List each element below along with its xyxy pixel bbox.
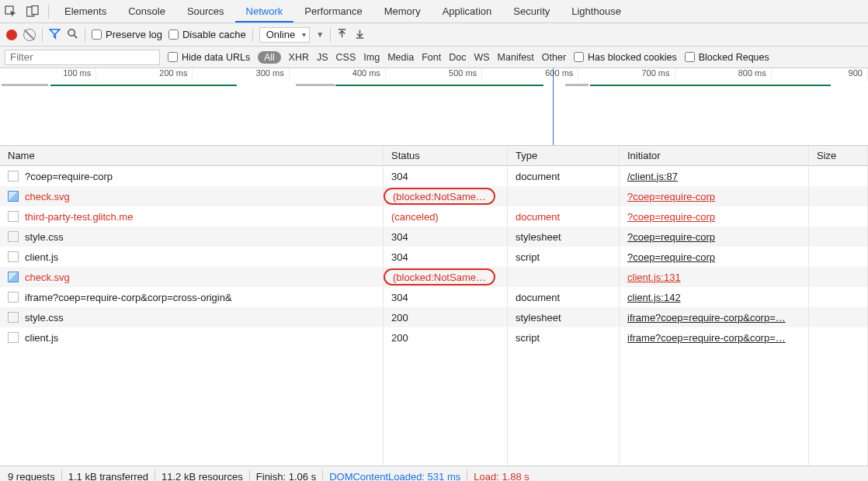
filter-input[interactable] xyxy=(5,50,160,65)
download-har-icon[interactable] xyxy=(355,29,365,41)
request-type: document xyxy=(508,206,620,227)
request-type: document xyxy=(508,166,620,186)
tab-lighthouse[interactable]: Lighthouse xyxy=(561,0,632,22)
filter-js[interactable]: JS xyxy=(317,52,328,63)
request-status: 200 xyxy=(384,307,508,327)
device-toggle-icon[interactable] xyxy=(22,1,43,22)
tab-application[interactable]: Application xyxy=(432,0,503,22)
request-type xyxy=(508,267,620,287)
request-status: 304 xyxy=(384,166,508,186)
filter-ws[interactable]: WS xyxy=(474,52,489,63)
table-row[interactable]: ?coep=require-corp304document/client.js:… xyxy=(0,166,868,186)
table-row[interactable]: style.css304stylesheet?coep=require-corp xyxy=(0,227,868,247)
status-transferred: 1.1 kB transferred xyxy=(68,471,148,482)
request-initiator[interactable]: iframe?coep=require-corp&corp=… xyxy=(620,307,809,327)
request-type: stylesheet xyxy=(508,227,620,247)
tab-memory[interactable]: Memory xyxy=(373,0,432,22)
chevron-down-icon[interactable]: ▼ xyxy=(316,30,324,39)
upload-har-icon[interactable] xyxy=(337,29,347,41)
request-name: client.js xyxy=(25,251,58,263)
filter-all[interactable]: All xyxy=(258,51,280,64)
table-row[interactable]: iframe?coep=require-corp&corp=cross-orig… xyxy=(0,287,868,307)
status-bar: 9 requests 1.1 kB transferred 11.2 kB re… xyxy=(0,465,868,481)
file-icon xyxy=(8,211,19,222)
table-row[interactable]: check.svg(blocked:NotSame…?coep=require-… xyxy=(0,186,868,206)
request-initiator[interactable]: ?coep=require-corp xyxy=(620,186,809,206)
table-row[interactable]: check.svg(blocked:NotSame…client.js:131 xyxy=(0,267,868,287)
request-name: style.css xyxy=(25,231,64,243)
filter-img[interactable]: Img xyxy=(363,52,380,63)
request-type xyxy=(508,186,620,206)
col-size[interactable]: Size xyxy=(809,146,868,166)
request-size xyxy=(809,287,868,307)
tab-network[interactable]: Network xyxy=(235,0,294,22)
filter-toggle-icon[interactable] xyxy=(49,28,61,42)
request-type: script xyxy=(508,247,620,267)
table-row[interactable]: client.js304script?coep=require-corp xyxy=(0,247,868,267)
clear-button[interactable] xyxy=(23,29,36,41)
col-name[interactable]: Name xyxy=(0,146,384,166)
request-type: document xyxy=(508,287,620,307)
request-status: 200 xyxy=(384,327,508,348)
tab-elements[interactable]: Elements xyxy=(54,0,117,22)
request-size xyxy=(809,307,868,327)
filter-css[interactable]: CSS xyxy=(336,52,356,63)
filter-manifest[interactable]: Manifest xyxy=(498,52,534,63)
file-icon xyxy=(8,191,19,202)
request-table: Name Status Type Initiator Size ?coep=re… xyxy=(0,146,868,465)
tab-performance[interactable]: Performance xyxy=(293,0,373,22)
request-initiator[interactable]: client.js:142 xyxy=(620,287,809,307)
request-initiator[interactable]: ?coep=require-corp xyxy=(620,247,809,267)
tab-console[interactable]: Console xyxy=(117,0,176,22)
request-size xyxy=(809,267,868,287)
timeline-overview[interactable]: 100 ms 200 ms 300 ms 400 ms 500 ms 600 m… xyxy=(0,68,868,146)
inspect-icon[interactable] xyxy=(0,1,22,22)
table-row[interactable]: client.js200scriptiframe?coep=require-co… xyxy=(0,327,868,348)
devtools-tabs: Elements Console Sources Network Perform… xyxy=(0,0,868,23)
col-initiator[interactable]: Initiator xyxy=(620,146,809,166)
request-name: ?coep=require-corp xyxy=(25,171,113,182)
col-type[interactable]: Type xyxy=(508,146,620,166)
status-load: Load: 1.88 s xyxy=(474,471,529,482)
tab-security[interactable]: Security xyxy=(502,0,561,22)
filter-doc[interactable]: Doc xyxy=(449,52,466,63)
request-initiator[interactable]: ?coep=require-corp xyxy=(620,206,809,227)
request-size xyxy=(809,206,868,227)
request-name: check.svg xyxy=(25,191,70,202)
has-blocked-cookies-checkbox[interactable]: Has blocked cookies xyxy=(574,52,677,63)
svg-rect-2 xyxy=(32,5,38,14)
request-status: (blocked:NotSame… xyxy=(384,186,508,206)
filter-other[interactable]: Other xyxy=(542,52,566,63)
file-icon xyxy=(8,251,19,262)
request-size xyxy=(809,227,868,247)
request-name: check.svg xyxy=(25,272,70,283)
filter-font[interactable]: Font xyxy=(422,52,441,63)
status-resources: 11.2 kB resources xyxy=(161,471,243,482)
request-initiator[interactable]: client.js:131 xyxy=(620,267,809,287)
request-size xyxy=(809,247,868,267)
request-initiator[interactable]: iframe?coep=require-corp&corp=… xyxy=(620,327,809,348)
search-icon[interactable] xyxy=(67,28,78,42)
disable-cache-checkbox[interactable]: Disable cache xyxy=(168,29,246,40)
request-name: client.js xyxy=(25,332,58,344)
throttle-select[interactable]: Online xyxy=(259,27,311,43)
request-initiator[interactable]: /client.js:87 xyxy=(620,166,809,186)
preserve-log-checkbox[interactable]: Preserve log xyxy=(92,29,162,40)
record-button[interactable] xyxy=(6,29,17,40)
tab-sources[interactable]: Sources xyxy=(176,0,235,22)
request-status: 304 xyxy=(384,287,508,307)
request-size xyxy=(809,186,868,206)
hide-data-urls-checkbox[interactable]: Hide data URLs xyxy=(168,52,250,63)
blocked-requests-checkbox[interactable]: Blocked Reques xyxy=(685,52,769,63)
request-status: 304 xyxy=(384,247,508,267)
request-initiator[interactable]: ?coep=require-corp xyxy=(620,227,809,247)
table-row[interactable]: third-party-test.glitch.me(canceled)docu… xyxy=(0,206,868,227)
request-name: third-party-test.glitch.me xyxy=(25,211,133,223)
request-name: style.css xyxy=(25,312,64,324)
table-row[interactable]: style.css200stylesheetiframe?coep=requir… xyxy=(0,307,868,327)
svg-line-4 xyxy=(74,35,77,38)
filter-xhr[interactable]: XHR xyxy=(289,52,309,63)
request-status: 304 xyxy=(384,227,508,247)
filter-media[interactable]: Media xyxy=(387,52,414,63)
col-status[interactable]: Status xyxy=(384,146,508,166)
